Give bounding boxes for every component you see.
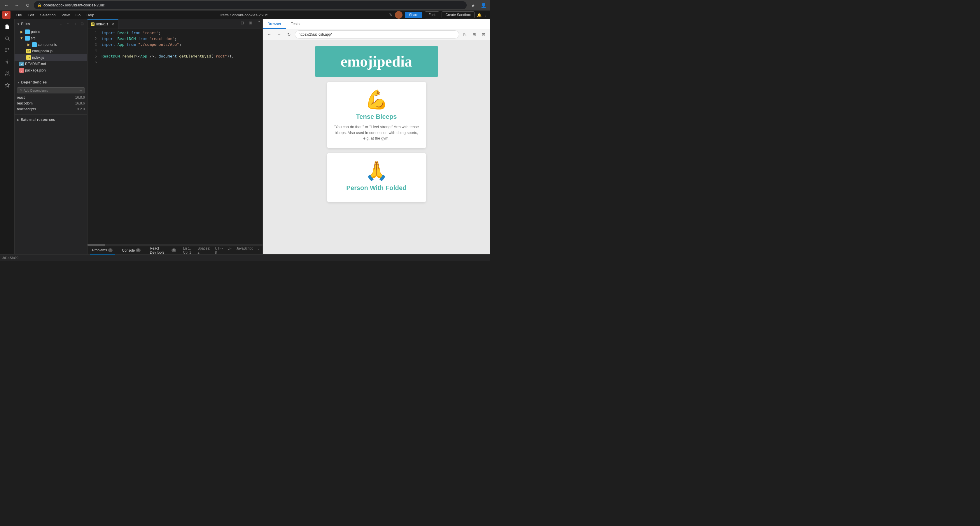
react-devtools-badge: 0 — [172, 249, 176, 252]
encoding-indicator: UTF-8 — [215, 246, 223, 255]
browser-settings-icon[interactable]: ⊞ — [470, 30, 478, 38]
browser-address-bar[interactable]: https://25iuc.csb.app/ — [295, 30, 459, 38]
files-header: ▼ Files ↓ ↑ □ ⊞ — [14, 19, 87, 29]
dep-version-react-scripts: 3.2.0 — [77, 107, 85, 111]
line-num-1: 1 — [88, 30, 97, 36]
dep-react: react 16.8.6 — [14, 94, 87, 100]
refresh-button[interactable]: ↻ — [23, 1, 32, 10]
split-view-icon[interactable]: ⊟ — [239, 19, 246, 26]
browser-forward-button[interactable]: → — [275, 30, 283, 38]
line-num-2: 2 — [88, 36, 97, 42]
browser-url: https://25iuc.csb.app/ — [299, 32, 332, 37]
line-num-4: 4 — [88, 48, 97, 53]
file-tree: ▶ public ▼ src ▶ components — [14, 29, 87, 76]
line-numbers: 1 2 3 4 5 6 — [88, 29, 99, 244]
dep-name-react: react — [17, 96, 25, 100]
browser-more-icon[interactable]: ⊡ — [479, 30, 488, 38]
new-folder-icon[interactable]: ⊞ — [79, 21, 85, 27]
statusbar-right: Ln 1, Col 1 Spaces: 2 UTF-8 LF JavaScrip… — [183, 246, 260, 255]
extensions-button[interactable]: ★ — [469, 1, 477, 10]
menu-view[interactable]: View — [59, 11, 73, 19]
sidebar-search-button[interactable] — [2, 33, 13, 44]
file-item-src[interactable]: ▼ src — [14, 35, 87, 41]
share-button[interactable]: Share — [405, 12, 422, 18]
menu-help[interactable]: Help — [83, 11, 97, 19]
eol-indicator: LF — [228, 246, 232, 255]
menu-go[interactable]: Go — [73, 11, 83, 19]
problems-badge: 0 — [108, 249, 113, 252]
bottom-statusbar: 3d1b33a90 — [0, 254, 490, 261]
editor-tab-indexjs[interactable]: JS index.js ✕ — [88, 19, 118, 29]
file-item-readme[interactable]: M README.md — [14, 61, 87, 67]
sort-up-icon[interactable]: ↑ — [65, 21, 71, 27]
svg-point-8 — [20, 89, 22, 91]
menu-selection[interactable]: Selection — [37, 11, 58, 19]
problems-label: Problems — [92, 248, 107, 252]
emoji-card-biceps: 💪 Tense Biceps "You can do that!" or "I … — [327, 82, 426, 148]
menu-edit[interactable]: Edit — [25, 11, 37, 19]
sidebar-users-button[interactable] — [2, 68, 13, 79]
line-num-6: 6 — [88, 59, 97, 65]
file-item-components[interactable]: ▶ components — [14, 41, 87, 48]
browser-tabs: Browser Tests — [263, 19, 490, 29]
tab-close-icon[interactable]: ✕ — [111, 22, 115, 27]
horizontal-scrollbar[interactable] — [88, 244, 262, 246]
svg-line-1 — [8, 40, 10, 41]
file-name-src: src — [31, 36, 36, 40]
sort-down-icon[interactable]: ↓ — [58, 21, 64, 27]
file-item-indexjs[interactable]: JS index.js — [14, 54, 87, 61]
svg-point-6 — [6, 72, 7, 73]
dep-version-react: 16.8.6 — [75, 96, 85, 100]
dep-search[interactable]: Add Dependency ☰ — [17, 87, 85, 93]
browser-tab-tests[interactable]: Tests — [286, 19, 304, 29]
react-devtools-tab[interactable]: React DevTools 0 — [148, 246, 178, 255]
dep-react-dom: react-dom 16.8.6 — [14, 100, 87, 106]
problems-bar: Problems 0 Console 0 React DevTools 0 Ln… — [88, 246, 262, 254]
external-resources-section: ▶ External resources — [14, 115, 87, 124]
code-content[interactable]: import React from "react"; import ReactD… — [99, 29, 262, 244]
file-item-public[interactable]: ▶ public — [14, 29, 87, 35]
file-item-package[interactable]: {} package.json — [14, 67, 87, 73]
cursor-position: Ln 1, Col 1 — [183, 246, 193, 255]
code-editor[interactable]: 1 2 3 4 5 6 import React from "react"; i… — [88, 29, 262, 244]
browser-nav: ← → ↻ https://25iuc.csb.app/ ⇱ ⊞ ⊡ — [263, 29, 490, 40]
browser-content: emojipedia 💪 Tense Biceps "You can do th… — [263, 40, 490, 254]
file-item-emojipedia[interactable]: JS emojipedia.js — [14, 48, 87, 54]
sidebar-deploy-button[interactable] — [2, 80, 13, 91]
forward-button[interactable]: → — [13, 1, 21, 10]
split-horizontal-icon[interactable]: ⊞ — [247, 19, 254, 26]
line-num-5: 5 — [88, 53, 97, 59]
deps-label: Dependencies — [21, 80, 47, 84]
emoji-biceps: 💪 — [334, 89, 419, 111]
create-sandbox-button[interactable]: Create Sandbox — [442, 11, 474, 18]
main-layout: ▼ Files ↓ ↑ □ ⊞ ▶ public — [0, 19, 490, 254]
browser-tab-browser[interactable]: Browser — [263, 19, 286, 29]
back-button[interactable]: ← — [2, 1, 11, 10]
sidebar-files-button[interactable] — [2, 22, 13, 32]
fork-button[interactable]: Fork — [425, 11, 439, 18]
ext-header-left: ▶ External resources — [17, 118, 55, 122]
browser-refresh-button[interactable]: ↻ — [285, 30, 293, 38]
git-hash: 3d1b33a90 — [2, 256, 18, 260]
menu-file[interactable]: File — [13, 11, 25, 19]
svg-point-3 — [8, 48, 9, 49]
tab-more-button[interactable]: ⋯ — [254, 19, 262, 29]
console-tab[interactable]: Console 0 — [119, 246, 143, 255]
scrollbar-thumb[interactable] — [88, 244, 105, 246]
sidebar-git-button[interactable] — [2, 45, 13, 56]
profile-button[interactable]: 👤 — [479, 1, 488, 10]
address-bar[interactable]: 🔒 codesandbox.io/s/vibrant-cookies-25iuc — [34, 1, 467, 10]
browser-back-button[interactable]: ← — [265, 30, 273, 38]
svg-point-4 — [6, 48, 6, 49]
problems-tab[interactable]: Problems 0 — [90, 246, 115, 255]
dep-name-react-dom: react-dom — [17, 101, 33, 105]
spaces-indicator: Spaces: 2 — [197, 246, 210, 255]
tab-filename: index.js — [96, 22, 108, 26]
browser-panel: Browser Tests ← → ↻ https://25iuc.csb.ap… — [262, 19, 490, 254]
collapse-icon[interactable]: ⌄ — [257, 246, 260, 255]
sidebar-settings-button[interactable] — [2, 57, 13, 67]
folder-icon-components: ▶ — [26, 42, 31, 47]
open-in-new-tab-icon[interactable]: ⇱ — [461, 30, 469, 38]
new-file-icon[interactable]: □ — [72, 21, 78, 27]
svg-line-9 — [22, 91, 22, 91]
